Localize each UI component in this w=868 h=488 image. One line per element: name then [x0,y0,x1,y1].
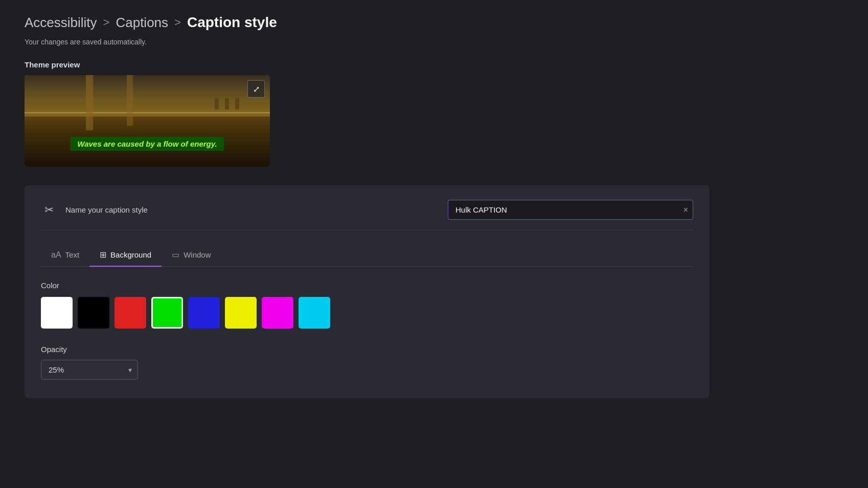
color-swatch-black[interactable] [78,297,109,329]
settings-card: ✂ Name your caption style × aA Text ⊞ Ba… [25,185,710,398]
opacity-section-title: Opacity [41,345,693,354]
page: Accessibility > Captions > Caption style… [0,0,716,419]
caption-style-name-input[interactable] [448,200,693,220]
window-tab-label: Window [184,250,211,259]
autosave-note: Your changes are saved automatically. [25,38,691,46]
name-row: ✂ Name your caption style × [41,200,693,230]
color-swatch-green[interactable] [151,297,183,329]
breadcrumb-current: Caption style [187,14,277,31]
text-tab-label: Text [65,250,80,259]
scene-pillar-1 [86,75,93,130]
breadcrumb-sep1: > [103,16,110,29]
theme-preview-label: Theme preview [25,60,691,69]
background-tab-label: Background [110,250,151,259]
theme-preview: Waves are caused by a flow of energy. ⤢ [25,75,270,167]
clear-name-input-button[interactable]: × [683,205,688,215]
figure-2 [225,98,229,109]
breadcrumb-sep2: > [174,16,181,29]
name-input-wrapper: × [448,200,693,220]
opacity-select[interactable]: 0%25%50%75%100% [41,360,138,380]
color-swatch-cyan[interactable] [299,297,330,329]
expand-icon: ⤢ [253,84,260,94]
color-section-title: Color [41,281,693,290]
caption-style-icon: ✂ [41,203,57,217]
caption-preview-text: Waves are caused by a flow of energy. [70,137,224,151]
color-swatch-white[interactable] [41,297,73,329]
figure-1 [215,98,219,109]
breadcrumb-accessibility[interactable]: Accessibility [25,15,97,31]
color-swatch-yellow[interactable] [225,297,257,329]
tab-text[interactable]: aA Text [41,245,89,267]
scene-figures [215,98,239,109]
window-tab-icon: ▭ [172,250,179,260]
breadcrumb: Accessibility > Captions > Caption style [25,14,691,31]
preview-scene [25,75,270,167]
tab-background[interactable]: ⊞ Background [89,245,162,267]
text-tab-icon: aA [51,250,61,260]
color-swatch-blue[interactable] [188,297,220,329]
color-swatches-group [41,297,693,329]
color-swatch-red[interactable] [115,297,146,329]
scene-railing [25,112,270,113]
scene-pillar-2 [127,75,133,126]
breadcrumb-captions[interactable]: Captions [116,15,168,31]
name-caption-label: Name your caption style [65,205,148,214]
opacity-select-wrapper: 0%25%50%75%100% ▾ [41,360,138,380]
background-tab-icon: ⊞ [100,250,106,260]
expand-preview-button[interactable]: ⤢ [247,80,265,98]
tab-window[interactable]: ▭ Window [162,245,221,267]
tabs-bar: aA Text ⊞ Background ▭ Window [41,245,693,267]
figure-3 [235,98,239,109]
color-swatch-magenta[interactable] [262,297,293,329]
